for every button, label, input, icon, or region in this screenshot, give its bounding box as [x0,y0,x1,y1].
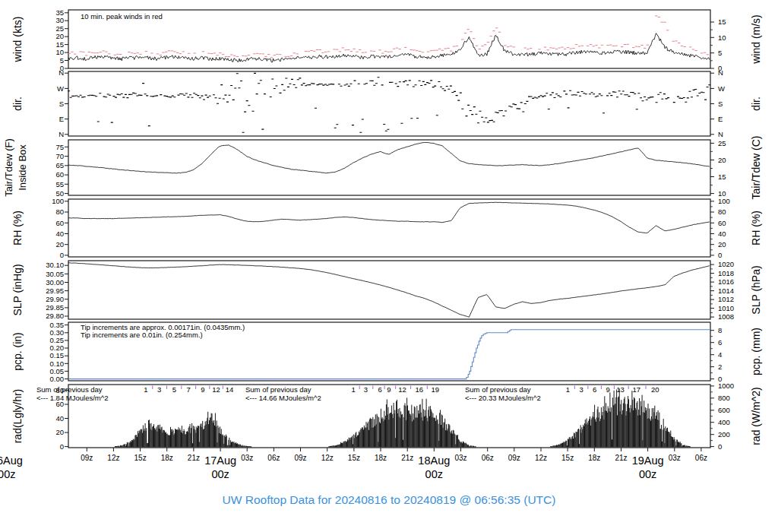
panel-slp-border [68,261,710,319]
svg-text:800: 800 [718,394,730,402]
svg-text:N: N [59,68,64,77]
axis-title-left-rad: rad(Lgly/hr) [11,389,24,444]
svg-text:15: 15 [718,173,726,181]
panel-rad: 02040608002004006008001000rad(Lgly/hr)ra… [11,382,762,451]
svg-text:40: 40 [55,230,64,238]
svg-text:06z: 06z [482,454,494,462]
rad-bars [115,388,691,447]
rad-hour-label: 12 [398,385,406,394]
svg-text:6: 6 [718,338,722,347]
svg-text:E: E [59,115,64,123]
svg-text:200: 200 [718,430,730,439]
rad-hour-label: 6 [593,385,596,394]
panel-rh: 020406080100020406080100RH (%)RH (%) [11,197,762,259]
rad-hour-label: 9 [387,385,391,394]
svg-text:18z: 18z [161,454,173,462]
svg-text:600: 600 [718,406,730,414]
svg-text:20: 20 [718,240,726,249]
svg-text:2: 2 [718,363,722,371]
panel-pcp: 0.000.050.100.150.200.250.300.3502468pcp… [11,321,762,383]
axis-title-right-temp: Tair/Tdew (C) [750,135,762,199]
svg-text:5: 5 [60,56,64,65]
axis-title-left-dir: dir. [11,97,24,111]
panel-slp: 29.8029.8529.9029.9530.0030.0530.1010081… [11,260,762,321]
svg-text:20: 20 [55,32,64,40]
axis-title-left-temp-1: Tair/Tdew (F) [3,138,14,197]
svg-text:29.90: 29.90 [46,295,64,303]
svg-text:40: 40 [55,414,64,423]
svg-text:N: N [59,130,64,138]
svg-text:E: E [718,115,723,123]
panel-rh-border [68,199,710,257]
svg-text:03z: 03z [669,454,681,462]
svg-text:100: 100 [52,197,64,205]
svg-text:0: 0 [718,442,722,451]
svg-text:1014: 1014 [718,287,734,295]
svg-text:80: 80 [718,207,726,216]
svg-text:75: 75 [55,143,64,151]
svg-text:30.00: 30.00 [46,278,64,287]
svg-text:09z: 09z [294,454,306,462]
svg-text:09z: 09z [508,454,520,462]
date-sublabel: 00z [425,468,443,480]
wind-avg-trace [68,33,710,62]
wind-peak-note: 10 min. peak winds in red [81,12,163,21]
axis-title-left-slp: SLP (inHg) [11,264,24,315]
slp-trace [68,263,710,317]
svg-text:30: 30 [55,16,64,24]
date-sublabel: 00z [0,468,15,480]
svg-text:60: 60 [718,219,726,227]
axis-title-right-slp: SLP (hPa) [750,265,762,314]
svg-text:20: 20 [55,240,64,249]
axis-title-right-rad: rad (W/m^2) [750,387,762,445]
svg-text:40: 40 [718,230,726,238]
svg-text:5: 5 [718,49,722,57]
svg-text:60: 60 [55,219,64,227]
svg-text:0: 0 [60,442,64,451]
svg-text:29.80: 29.80 [46,312,64,320]
rad-hour-label: 1 [144,385,147,394]
wind-peak-dashes [68,16,709,58]
rad-hour-label: 12 [212,385,220,394]
rad-hour-label: 5 [172,385,176,394]
svg-text:0.10: 0.10 [50,359,65,368]
rad-sum-3-line1: Sum of previous day [465,385,531,394]
svg-text:100: 100 [718,197,730,205]
rad-hour-label: 19 [432,385,440,394]
date-label: 18Aug [418,454,450,467]
rad-hour-label: 3 [579,385,583,394]
rad-hour-label: 1 [351,385,355,394]
rad-hour-label: 9 [201,385,204,394]
svg-text:10: 10 [55,48,64,56]
svg-text:29.95: 29.95 [46,287,64,295]
svg-text:10: 10 [718,33,726,42]
svg-text:03z: 03z [454,454,466,462]
svg-text:20: 20 [55,428,64,436]
svg-text:12z: 12z [321,454,334,462]
svg-text:06z: 06z [267,454,280,462]
weather-multipanel-chart: 05101520253035051015wind (kts)wind (m/s)… [0,0,778,532]
rad-sum-2-line1: Sum of previous day [245,385,312,394]
svg-text:55: 55 [55,180,64,188]
rad-hour-label: 7 [187,385,191,394]
rad-hour-label: 1 [566,385,570,394]
svg-text:0.35: 0.35 [50,321,65,329]
panel-wind-border [68,10,710,68]
svg-text:0.25: 0.25 [50,336,65,344]
svg-text:0.30: 0.30 [50,328,65,337]
svg-text:1012: 1012 [718,295,734,303]
svg-text:15z: 15z [561,454,574,462]
svg-text:60: 60 [55,170,64,179]
svg-text:70: 70 [55,152,64,160]
svg-text:12z: 12z [535,454,547,462]
svg-text:29.85: 29.85 [46,303,64,312]
panel-dir: NWSENNWSENdir.dir. [11,68,762,138]
pcp-note-blue: Tip increments are 0.01in. (0.254mm.) [81,331,203,339]
panel-temp-border [68,140,710,195]
svg-text:0: 0 [60,251,64,259]
axis-title-left-wind: wind (kts) [11,17,24,63]
rad-hour-label: 14 [226,385,234,394]
svg-text:15z: 15z [134,454,147,462]
svg-text:1020: 1020 [718,260,734,268]
svg-text:65: 65 [55,161,64,169]
